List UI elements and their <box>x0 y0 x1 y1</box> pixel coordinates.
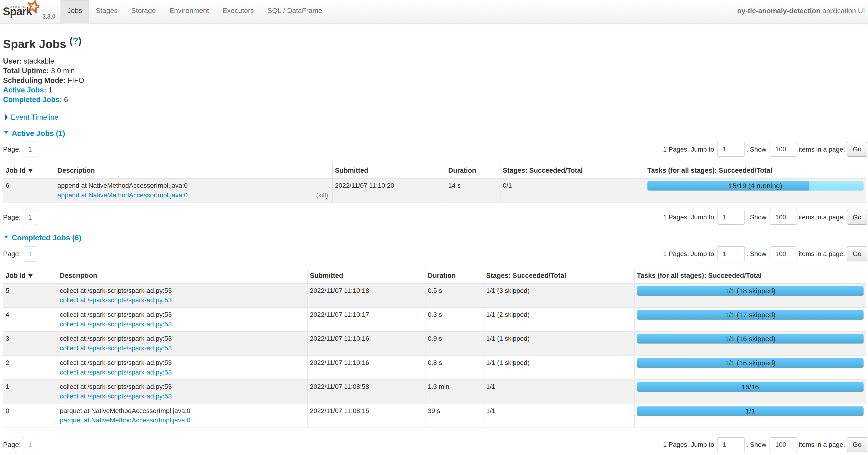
svg-text:Spark: Spark <box>3 5 32 18</box>
